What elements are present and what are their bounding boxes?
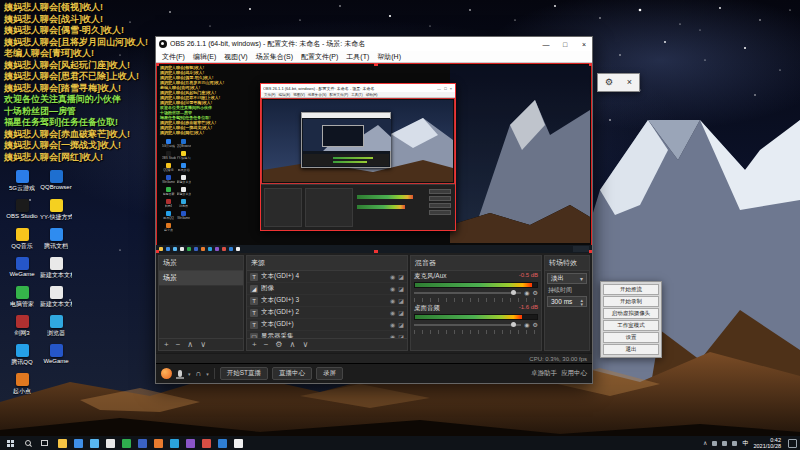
lock-icon[interactable]: ◪ xyxy=(398,321,404,328)
sources-toolbar-button[interactable]: − xyxy=(264,341,269,349)
mute-speaker-icon[interactable]: ◉ xyxy=(524,289,529,296)
taskbar-app-icon[interactable] xyxy=(154,439,163,448)
taskbar-app-icon[interactable] xyxy=(234,439,243,448)
duration-spinner[interactable]: 300 ms ▴▾ xyxy=(547,296,587,307)
gear-icon[interactable]: ⚙ xyxy=(605,78,613,87)
desktop-icon[interactable]: 剑网3 xyxy=(6,315,38,344)
desktop-icon[interactable]: YY-快捷方式 xyxy=(40,199,72,228)
taskbar-app-icon[interactable] xyxy=(138,439,147,448)
menu-item[interactable]: 视图(V) xyxy=(224,52,247,62)
desktop-icon[interactable]: 新建文本文档 xyxy=(40,286,72,315)
plugin-link[interactable]: 应用中心 xyxy=(561,369,587,378)
scenes-toolbar-button[interactable]: − xyxy=(176,341,181,349)
taskbar-app-icon[interactable] xyxy=(74,439,83,448)
source-row[interactable]: T 文本(GDI+) ◉ ◪ xyxy=(247,319,407,331)
selection-handle[interactable] xyxy=(589,63,592,66)
channel-settings-gear-icon[interactable]: ⚙ xyxy=(533,321,538,328)
scenes-toolbar-button[interactable]: ∧ xyxy=(187,341,193,349)
sources-toolbar-button[interactable]: + xyxy=(252,341,257,349)
desktop-icon[interactable]: QQ音乐 xyxy=(6,228,38,257)
volume-slider-knob[interactable] xyxy=(511,290,516,295)
control-button[interactable]: 开始推流 xyxy=(603,284,659,295)
scenes-toolbar-button[interactable]: + xyxy=(164,341,169,349)
selection-handle[interactable] xyxy=(156,63,159,66)
control-button[interactable]: 退出 xyxy=(603,344,659,355)
microphone-icon[interactable] xyxy=(178,370,182,377)
desktop-icon[interactable]: 腾讯文档 xyxy=(40,228,72,257)
menu-item[interactable]: 配置文件(P) xyxy=(301,52,338,62)
control-button[interactable]: 开始录制 xyxy=(603,296,659,307)
taskbar-app-icon[interactable] xyxy=(122,439,131,448)
taskbar-app-icon[interactable] xyxy=(202,439,211,448)
sources-toolbar-button[interactable]: ∧ xyxy=(290,341,296,349)
selection-handle[interactable] xyxy=(374,250,378,253)
desktop-icon[interactable]: WeGame xyxy=(40,344,72,373)
taskbar-app-icon[interactable] xyxy=(106,439,115,448)
minimize-button[interactable]: — xyxy=(538,37,554,51)
mute-speaker-icon[interactable]: ◉ xyxy=(524,321,529,328)
sources-toolbar-button[interactable]: ⚙ xyxy=(275,341,282,349)
control-button[interactable]: 设置 xyxy=(603,332,659,343)
volume-slider-knob[interactable] xyxy=(511,322,516,327)
taskbar-app-icon[interactable] xyxy=(90,439,99,448)
plugin-action-button[interactable]: 开始ST直播 xyxy=(220,367,268,380)
transition-select[interactable]: 淡出 ▾ xyxy=(547,273,587,284)
menu-item[interactable]: 编辑(E) xyxy=(193,52,216,62)
selection-handle[interactable] xyxy=(374,63,378,66)
lock-icon[interactable]: ◪ xyxy=(398,333,404,338)
desktop-icon[interactable]: OBS Studio xyxy=(6,199,38,228)
headphone-icon[interactable]: ∩ xyxy=(196,370,202,378)
desktop-icon[interactable]: 5G云游戏 xyxy=(6,170,38,199)
control-button[interactable]: 工作室模式 xyxy=(603,320,659,331)
task-view-button[interactable] xyxy=(36,440,52,446)
tray-icon[interactable] xyxy=(722,441,727,446)
desktop-icon[interactable]: 电脑管家 xyxy=(6,286,38,315)
visibility-eye-icon[interactable]: ◉ xyxy=(390,333,395,338)
source-row[interactable]: T 文本(GDI+) 3 ◉ ◪ xyxy=(247,295,407,307)
source-row[interactable]: T 文本(GDI+) 4 ◉ ◪ xyxy=(247,271,407,283)
volume-slider[interactable] xyxy=(414,324,521,326)
desktop-icon[interactable]: 新建文本文档 xyxy=(40,257,72,286)
desktop-icon[interactable]: 腾讯QQ xyxy=(6,344,38,373)
tray-icon[interactable] xyxy=(712,441,717,446)
source-row[interactable]: T 文本(GDI+) 2 ◉ ◪ xyxy=(247,307,407,319)
taskbar-app-icon[interactable] xyxy=(186,439,195,448)
visibility-eye-icon[interactable]: ◉ xyxy=(390,273,395,280)
spinner-arrows[interactable]: ▴▾ xyxy=(580,298,583,306)
scenes-toolbar-button[interactable]: ∨ xyxy=(200,341,206,349)
menu-item[interactable]: 场景集合(S) xyxy=(256,52,293,62)
plugin-link[interactable]: 卓游助手 xyxy=(531,369,557,378)
desktop-icon[interactable]: QQBrowser xyxy=(40,170,72,199)
lock-icon[interactable]: ◪ xyxy=(398,309,404,316)
volume-slider[interactable] xyxy=(414,292,521,294)
visibility-eye-icon[interactable]: ◉ xyxy=(390,309,395,316)
selection-handle[interactable] xyxy=(589,250,592,253)
tray-icon[interactable] xyxy=(732,441,737,446)
visibility-eye-icon[interactable]: ◉ xyxy=(390,321,395,328)
sources-toolbar-button[interactable]: ∨ xyxy=(302,341,308,349)
chevron-down-icon[interactable]: ▾ xyxy=(206,371,209,377)
visibility-eye-icon[interactable]: ◉ xyxy=(390,285,395,292)
obs-titlebar[interactable]: OBS 26.1.1 (64-bit, windows) - 配置文件: 未命名… xyxy=(156,37,592,51)
taskbar-clock[interactable]: 0:42 2021/10/28 xyxy=(753,437,781,449)
selection-handle[interactable] xyxy=(156,250,159,253)
lock-icon[interactable]: ◪ xyxy=(398,273,404,280)
source-row[interactable]: ▢ 显示器采集 ◉ ◪ xyxy=(247,331,407,338)
tray-expand-icon[interactable]: ∧ xyxy=(703,440,707,446)
menu-item[interactable]: 文件(F) xyxy=(162,52,185,62)
taskbar-app-icon[interactable] xyxy=(218,439,227,448)
start-button[interactable] xyxy=(0,436,20,450)
control-button[interactable]: 启动虚拟摄像头 xyxy=(603,308,659,319)
lock-icon[interactable]: ◪ xyxy=(398,285,404,292)
taskbar-app-icon[interactable] xyxy=(58,439,67,448)
source-row[interactable]: ◢ 图像 ◉ ◪ xyxy=(247,283,407,295)
plugin-action-button[interactable]: 直播中心 xyxy=(272,367,312,380)
taskbar-app-icon[interactable] xyxy=(170,439,179,448)
plugin-action-button[interactable]: 录屏 xyxy=(316,367,343,380)
desktop-icon[interactable]: WeGame xyxy=(6,257,38,286)
visibility-eye-icon[interactable]: ◉ xyxy=(390,297,395,304)
obs-preview-canvas[interactable]: 姨妈悲人聊会[领视]收人!姨妈悲人聊会[战斗]收人!姨妈悲人聊会[偶雪-明久]收… xyxy=(156,63,592,253)
menu-item[interactable]: 工具(T) xyxy=(346,52,369,62)
desktop-icon[interactable]: 起小点 xyxy=(6,373,38,402)
chevron-down-icon[interactable]: ▾ xyxy=(188,371,191,377)
